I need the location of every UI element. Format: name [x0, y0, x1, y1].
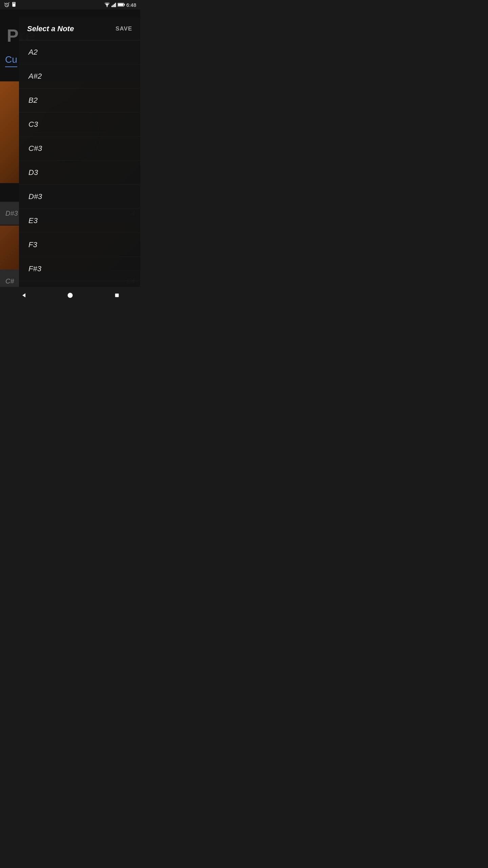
note-item[interactable]: D3 [19, 161, 140, 185]
svg-rect-6 [113, 5, 114, 7]
signal-icon [111, 2, 116, 7]
svg-rect-1 [12, 2, 15, 7]
back-icon [20, 292, 26, 298]
svg-point-13 [68, 293, 73, 298]
bg-note-d3: D#3 [5, 210, 18, 217]
battery-icon [118, 3, 125, 7]
svg-rect-11 [118, 3, 123, 6]
note-item[interactable]: B2 [19, 88, 140, 113]
note-item[interactable]: G3 [19, 281, 140, 287]
status-bar: 6:48 [0, 0, 140, 9]
note-item[interactable]: C#3 [19, 137, 140, 161]
status-left-icons [4, 2, 16, 7]
navigation-bar [0, 287, 140, 304]
svg-rect-7 [114, 4, 115, 7]
panel-header: Select a Note SAVE [19, 18, 140, 40]
note-item[interactable]: F3 [19, 233, 140, 257]
note-item[interactable]: C3 [19, 113, 140, 137]
note-item[interactable]: A2 [19, 40, 140, 64]
note-item[interactable]: D#3 [19, 185, 140, 209]
home-icon [67, 292, 73, 298]
bg-cu-text: Cu [5, 54, 17, 67]
back-button[interactable] [13, 289, 34, 302]
wifi-icon [104, 2, 110, 7]
status-right-icons: 6:48 [104, 2, 136, 8]
svg-rect-14 [115, 294, 119, 297]
status-time: 6:48 [126, 2, 136, 8]
panel-title: Select a Note [27, 24, 74, 33]
svg-rect-2 [13, 2, 14, 3]
svg-rect-3 [14, 2, 15, 3]
alarm-icon [4, 2, 9, 7]
note-item[interactable]: E3 [19, 209, 140, 233]
select-note-panel: Select a Note SAVE A2A#2B2C3C#3D3D#3E3F3… [19, 18, 140, 287]
svg-rect-5 [111, 6, 113, 7]
svg-marker-12 [22, 293, 25, 297]
bg-note-c3: C# [5, 277, 14, 285]
note-item[interactable]: A#2 [19, 64, 140, 88]
recent-icon [114, 293, 120, 298]
note-item[interactable]: F#3 [19, 257, 140, 281]
svg-rect-10 [124, 4, 125, 6]
home-button[interactable] [60, 289, 80, 302]
svg-rect-8 [115, 3, 116, 7]
save-button[interactable]: SAVE [116, 25, 132, 32]
note-list: A2A#2B2C3C#3D3D#3E3F3F#3G3G#3A3 [19, 40, 140, 287]
svg-point-4 [106, 6, 107, 7]
recent-button[interactable] [107, 289, 127, 302]
sd-card-icon [12, 2, 16, 7]
